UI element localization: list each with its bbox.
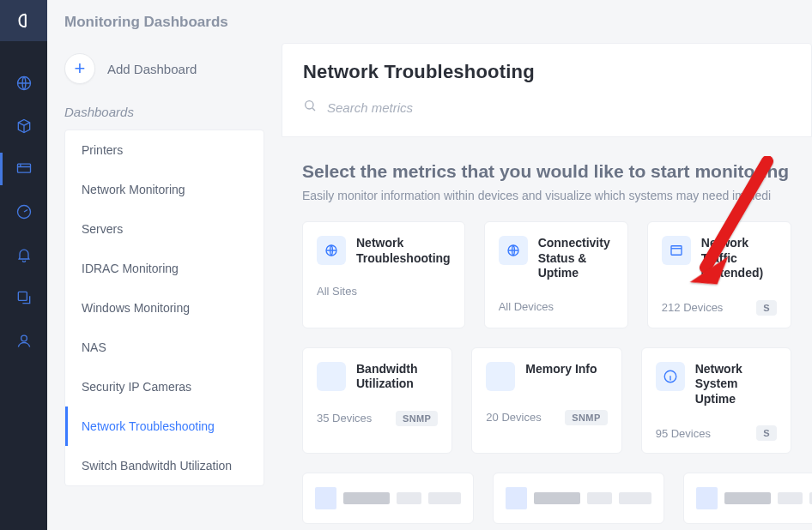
metric-card-meta: All Devices — [499, 300, 554, 313]
metric-card-meta: 20 Devices — [486, 411, 541, 424]
window-icon — [662, 236, 691, 265]
metric-card-meta: 35 Devices — [317, 412, 372, 425]
metric-card-title: Network System Uptime — [695, 362, 777, 407]
metrics-select-heading: Select the metrics that you would like t… — [302, 161, 791, 182]
info-icon — [656, 362, 685, 391]
sidebar-item-idrac-monitoring[interactable]: IDRAC Monitoring — [65, 249, 264, 288]
main-panel: Network Troubleshooting Select the metri… — [273, 43, 812, 530]
add-dashboard-button[interactable]: + Add Dashboard — [64, 43, 264, 99]
skeleton-card — [493, 473, 664, 524]
metric-card-badge: S — [756, 300, 777, 316]
metric-card-row: Network TroubleshootingAll SitesConnecti… — [302, 221, 791, 328]
metric-card[interactable]: Memory Info20 DevicesSNMP — [471, 347, 621, 455]
rail-user-icon[interactable] — [0, 319, 47, 362]
sidebar-item-security-ip-cameras[interactable]: Security IP Cameras — [65, 367, 264, 407]
svg-line-6 — [312, 108, 315, 111]
sidebar-item-servers[interactable]: Servers — [65, 209, 264, 249]
rail-bell-icon[interactable] — [0, 233, 47, 276]
metric-card[interactable]: Network TroubleshootingAll Sites — [302, 221, 465, 328]
metric-card-meta: All Sites — [317, 285, 357, 298]
metrics-select-subheading: Easily monitor information within device… — [302, 189, 791, 202]
metric-card-meta: 95 Devices — [656, 427, 711, 440]
globe-icon — [317, 236, 346, 265]
dashboard-sidebar: + Add Dashboard Dashboards PrintersNetwo… — [47, 43, 273, 530]
svg-rect-9 — [671, 246, 682, 256]
svg-point-5 — [306, 101, 313, 109]
rail-globe-icon[interactable] — [0, 62, 47, 105]
metric-card[interactable]: Connectivity Status & UptimeAll Devices — [484, 221, 628, 328]
metric-card-title: Memory Info — [525, 362, 597, 391]
blank-icon — [317, 362, 346, 391]
app-logo[interactable] — [0, 0, 47, 41]
rail-gauge-icon[interactable] — [0, 190, 47, 233]
rail-package-icon[interactable] — [0, 105, 47, 148]
metric-card-title: Network Traffic (Extended) — [701, 236, 777, 281]
svg-point-4 — [21, 335, 27, 341]
svg-rect-1 — [17, 164, 30, 172]
blank-icon — [486, 362, 515, 391]
sidebar-item-windows-monitoring[interactable]: Windows Monitoring — [65, 288, 264, 328]
panel-header: Network Troubleshooting — [282, 43, 812, 137]
metric-card-badge: SNMP — [565, 410, 607, 425]
rail-external-icon[interactable] — [0, 276, 47, 319]
metric-card-title: Connectivity Status & Uptime — [538, 236, 614, 281]
metric-card[interactable]: Network System Uptime95 DevicesS — [641, 347, 791, 455]
skeleton-card — [683, 473, 812, 524]
metric-card-title: Network Troubleshooting — [356, 236, 451, 266]
sidebar-item-network-troubleshooting[interactable]: Network Troubleshooting — [65, 407, 264, 446]
metric-card-title: Bandwidth Utilization — [356, 362, 438, 392]
metric-card[interactable]: Network Traffic (Extended)212 DevicesS — [647, 221, 791, 328]
rail-monitor-icon[interactable] — [0, 148, 47, 190]
dashboard-list: PrintersNetwork MonitoringServersIDRAC M… — [64, 129, 264, 486]
metric-card-badge: SNMP — [396, 411, 438, 426]
sidebar-item-nas[interactable]: NAS — [65, 328, 264, 367]
sidebar-item-network-monitoring[interactable]: Network Monitoring — [65, 170, 264, 209]
dashboard-title: Network Troubleshooting — [303, 61, 791, 83]
search-input[interactable] — [327, 100, 791, 115]
search-row — [303, 83, 791, 128]
sidebar-section-label: Dashboards — [64, 99, 264, 129]
page-title: Monitoring Dashboards — [47, 0, 812, 43]
metric-skeleton-row — [302, 473, 791, 524]
metric-card-row: Bandwidth Utilization35 DevicesSNMPMemor… — [302, 347, 791, 455]
sidebar-item-switch-bandwitdh-utilization[interactable]: Switch Bandwitdh Utilization — [65, 446, 264, 485]
metric-card-badge: S — [756, 425, 777, 441]
skeleton-card — [302, 473, 474, 524]
metric-card-meta: 212 Devices — [662, 301, 724, 314]
metric-card[interactable]: Bandwidth Utilization35 DevicesSNMP — [302, 347, 452, 455]
plus-icon: + — [64, 53, 95, 84]
search-icon — [303, 99, 317, 116]
add-dashboard-label: Add Dashboard — [107, 62, 197, 76]
nav-rail — [0, 0, 47, 530]
globe-icon — [499, 236, 528, 265]
sidebar-item-printers[interactable]: Printers — [65, 130, 264, 170]
svg-rect-3 — [18, 292, 27, 300]
